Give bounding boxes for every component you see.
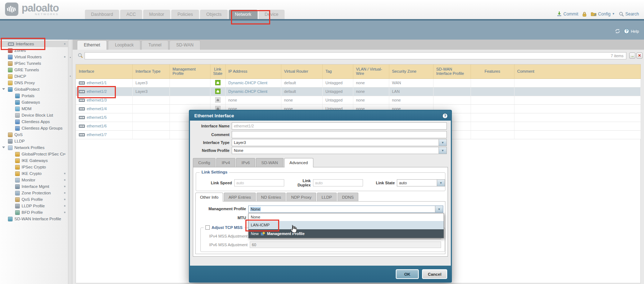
apply-filter-button[interactable]: → [629, 53, 635, 59]
chevron-down-icon[interactable]: ▼ [435, 206, 443, 212]
sidebar-item-ipsec-tunnels[interactable]: IPSec Tunnels [0, 60, 68, 67]
sidebar-item-ike-gateways[interactable]: IKE Gateways [0, 157, 68, 164]
clear-filter-button[interactable]: ✕ [636, 53, 643, 59]
config-menu[interactable]: Config ▼ [591, 12, 615, 17]
nav-tab-device[interactable]: Device [259, 10, 285, 19]
tab-ipv6[interactable]: IPv6 [236, 158, 255, 167]
sidebar-item-clientless-app-groups[interactable]: Clientless App Groups [0, 125, 68, 131]
sidebar-item-gre-tunnels[interactable]: GRE Tunnels [0, 67, 68, 73]
ip-address-link[interactable]: Dynamic-DHCP Client [228, 89, 268, 94]
col-comment[interactable]: Comment [514, 64, 640, 78]
link-speed-field[interactable] [234, 179, 284, 186]
col-virtual-router[interactable]: Virtual Router [281, 64, 322, 78]
tab-sdwan[interactable]: SD-WAN [169, 40, 200, 50]
search-button[interactable]: Search [619, 12, 639, 17]
sidebar-item-zones[interactable]: Zones [0, 47, 68, 54]
expand-arrow-icon[interactable] [2, 88, 5, 90]
sidebar-splitter[interactable] [68, 40, 72, 284]
interface-type-select[interactable]: Layer3 ▼ [232, 139, 447, 146]
management-profile-select[interactable]: None ▼ [248, 206, 443, 213]
sidebar-item-dhcp[interactable]: DHCP [0, 73, 68, 80]
interface-link[interactable]: ethernet1/3 [87, 98, 107, 102]
sidebar-item-virtual-routers[interactable]: Virtual Routers [0, 54, 68, 60]
col-link-state[interactable]: Link State [210, 64, 225, 78]
sidebar-item-interfaces[interactable]: Interfaces [0, 41, 68, 47]
interface-link[interactable]: ethernet1/1 [87, 81, 107, 85]
col-vlan-virtual-wire[interactable]: VLAN / Virtual-Wire [353, 64, 389, 78]
nav-tab-network[interactable]: Network [229, 10, 258, 19]
nav-tab-objects[interactable]: Objects [200, 10, 227, 19]
sidebar-item-monitor-profile[interactable]: Monitor [0, 177, 68, 183]
subtab-nd-entries[interactable]: ND Entries [257, 193, 286, 202]
sidebar-item-dns-proxy[interactable]: DNS Proxy [0, 80, 68, 86]
option-none[interactable]: None [249, 213, 444, 221]
table-row-ethernet1-1[interactable]: ethernet1/1 Layer3 Dynamic-DHCP Client d… [76, 78, 640, 87]
commit-button[interactable]: Commit [557, 11, 578, 17]
filter-input[interactable] [85, 52, 626, 59]
subtab-lldp[interactable]: LLDP [317, 193, 337, 202]
link-state-select[interactable]: auto ▼ [397, 179, 445, 186]
sidebar-item-qos-profile[interactable]: QoS Profile [0, 196, 68, 203]
sidebar-item-ike-crypto[interactable]: IKE Crypto [0, 170, 68, 177]
sidebar-item-portals[interactable]: Portals [0, 93, 68, 99]
option-new-management-profile[interactable]: New Management Profile [249, 229, 444, 238]
sidebar-item-clientless-apps[interactable]: Clientless Apps [0, 118, 68, 125]
col-ip-address[interactable]: IP Address [225, 64, 281, 78]
col-tag[interactable]: Tag [322, 64, 353, 78]
col-security-zone[interactable]: Security Zone [389, 64, 433, 78]
chevron-down-icon[interactable]: ▼ [439, 139, 446, 146]
tab-loopback[interactable]: Loopback [108, 40, 140, 50]
table-row-ethernet1-2[interactable]: ethernet1/2 Layer3 Dynamic-DHCP Client d… [76, 87, 640, 96]
comment-field[interactable] [232, 131, 447, 138]
ok-button[interactable]: OK [396, 269, 419, 279]
refresh-icon[interactable] [614, 28, 621, 34]
nav-tab-acc[interactable]: ACC [120, 10, 142, 19]
expand-arrow-icon[interactable] [2, 146, 5, 148]
table-row-ethernet1-3[interactable]: ethernet1/3 none none Untagged none none [76, 96, 640, 104]
nav-tab-policies[interactable]: Policies [171, 10, 199, 19]
nav-tab-dashboard[interactable]: Dashboard [85, 10, 119, 19]
tab-ethernet[interactable]: Ethernet [77, 40, 107, 50]
interface-link[interactable]: ethernet1/4 [87, 107, 107, 111]
adjust-tcp-mss-checkbox[interactable] [205, 225, 210, 230]
sidebar-item-lldp[interactable]: LLDP [0, 138, 68, 144]
col-sdwan-interface-profile[interactable]: SD-WAN Interface Profile [433, 64, 471, 78]
sidebar-item-gateways[interactable]: Gateways [0, 99, 68, 105]
option-lan-icmp[interactable]: LAN-ICMP [249, 221, 444, 229]
subtab-ndp-proxy[interactable]: NDP Proxy [286, 193, 316, 202]
interface-link[interactable]: ethernet1/7 [87, 132, 107, 137]
interface-link[interactable]: ethernet1/2 [87, 89, 107, 94]
chevron-down-icon[interactable]: ▼ [437, 180, 445, 186]
tab-ipv4[interactable]: IPv4 [216, 158, 235, 167]
netflow-profile-select[interactable]: None ▼ [232, 147, 447, 154]
cancel-button[interactable]: Cancel [422, 269, 447, 279]
col-interface-type[interactable]: Interface Type [132, 64, 169, 78]
sidebar-item-interface-mgmt[interactable]: Interface Mgmt [0, 183, 68, 190]
col-interface[interactable]: Interface [76, 64, 132, 78]
help-button[interactable]: ? Help [624, 28, 639, 34]
chevron-down-icon[interactable]: ▼ [439, 147, 446, 154]
ip-address-link[interactable]: Dynamic-DHCP Client [228, 81, 268, 85]
lock-icon[interactable] [582, 12, 587, 17]
subtab-ddns[interactable]: DDNS [337, 193, 359, 202]
sidebar-item-bfd-profile[interactable]: BFD Profile [0, 209, 68, 216]
tab-tunnel[interactable]: Tunnel [141, 40, 168, 50]
sidebar-item-globalprotect[interactable]: GlobalProtect [0, 86, 68, 93]
sidebar-item-zone-protection[interactable]: Zone Protection [0, 190, 68, 196]
sidebar-item-network-profiles[interactable]: Network Profiles [0, 144, 68, 151]
tab-sdwan[interactable]: SD-WAN [256, 158, 283, 167]
link-duplex-field[interactable] [313, 179, 363, 186]
interface-link[interactable]: ethernet1/5 [87, 115, 107, 120]
nav-tab-monitor[interactable]: Monitor [143, 10, 171, 19]
sidebar-item-qos[interactable]: QoS [0, 131, 68, 138]
col-features[interactable]: Features [471, 64, 514, 78]
sidebar-item-lldp-profile[interactable]: LLDP Profile [0, 203, 68, 209]
subtab-other-info[interactable]: Other Info [195, 193, 223, 202]
tab-advanced[interactable]: Advanced [284, 158, 313, 167]
sidebar-item-mdm[interactable]: MDM [0, 105, 68, 112]
sidebar-item-device-block-list[interactable]: Device Block List [0, 112, 68, 118]
sidebar-item-ipsec-crypto[interactable]: IPSec Crypto [0, 164, 68, 170]
sidebar-item-globalprotect-ipsec-crypto[interactable]: GlobalProtect IPSec Crypt [0, 151, 68, 157]
tab-config[interactable]: Config [193, 158, 216, 167]
col-management-profile[interactable]: Management Profile [169, 64, 210, 78]
